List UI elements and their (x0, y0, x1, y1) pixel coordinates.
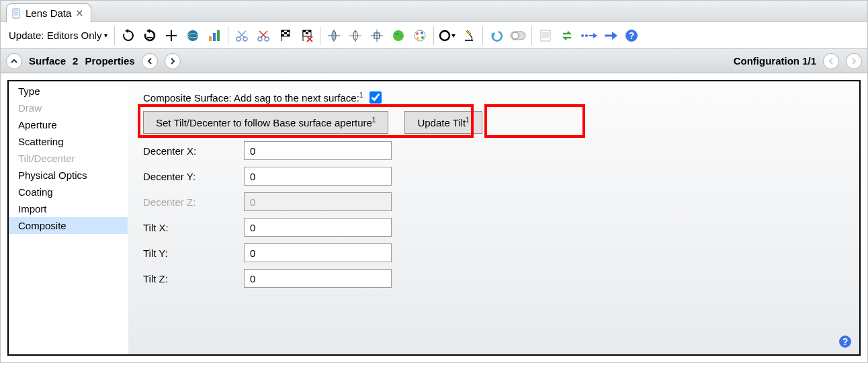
globe-icon[interactable] (183, 26, 202, 45)
sidebar-item-tilt-decenter[interactable]: Tilt/Decenter (9, 150, 128, 167)
toggle-icon[interactable] (509, 26, 527, 45)
fields-group: Decenter X: Decenter Y: Decenter Z: Tilt… (143, 141, 846, 288)
transform-icon[interactable] (367, 26, 386, 45)
svg-rect-33 (306, 32, 308, 34)
svg-marker-52 (451, 34, 455, 38)
composite-panel: Composite Surface: Add sag to the next s… (128, 81, 859, 354)
property-bar: Surface 2 Properties Configuration 1/1 (1, 49, 867, 73)
sidebar-item-draw[interactable]: Draw (9, 100, 128, 116)
flag-x-icon[interactable] (297, 26, 316, 45)
toolbar: Update: Editors Only ▾ ? (1, 22, 867, 49)
svg-point-62 (585, 34, 588, 37)
flag-icon[interactable] (275, 26, 294, 45)
axis-gray-icon[interactable] (346, 26, 365, 45)
collapse-button[interactable] (6, 53, 22, 69)
dots-arrow-icon[interactable] (579, 26, 598, 45)
help-icon[interactable]: ? (622, 26, 641, 45)
sidebar-item-coating[interactable]: Coating (9, 184, 128, 200)
prev-config-button[interactable] (823, 53, 839, 69)
next-config-button[interactable] (846, 53, 862, 69)
tab-lens-data[interactable]: Lens Data ✕ (6, 3, 91, 22)
tilt-y-input[interactable] (244, 243, 392, 262)
svg-rect-26 (284, 32, 287, 34)
decenter-z-label: Decenter Z: (143, 196, 244, 208)
next-surface-button[interactable] (165, 53, 181, 69)
properties-label: Properties (85, 55, 134, 67)
tab-title: Lens Data (26, 7, 71, 19)
svg-rect-28 (287, 34, 290, 36)
tilt-z-input[interactable] (244, 269, 392, 288)
svg-point-61 (581, 34, 584, 37)
undo-arrow-icon[interactable] (487, 26, 506, 45)
svg-rect-25 (287, 30, 290, 32)
chart-icon[interactable] (205, 26, 224, 45)
svg-rect-32 (308, 30, 311, 32)
sidebar-item-import[interactable]: Import (9, 200, 128, 217)
close-icon[interactable]: ✕ (75, 7, 84, 20)
decenter-y-label: Decenter Y: (143, 171, 244, 182)
svg-point-47 (416, 32, 419, 35)
swap-icon[interactable] (558, 26, 576, 45)
tilt-z-label: Tilt Z: (143, 273, 244, 284)
tilt-x-input[interactable] (244, 218, 392, 237)
separator (114, 26, 115, 45)
svg-rect-27 (281, 34, 284, 36)
svg-rect-11 (209, 36, 212, 41)
sidebar-item-physical-optics[interactable]: Physical Optics (9, 167, 128, 184)
svg-rect-31 (303, 30, 306, 32)
config-label: Configuration 1/1 (734, 55, 816, 67)
update-tilt-button[interactable]: Update Tilt1 (404, 111, 482, 134)
update-dropdown[interactable]: Update: Editors Only ▾ (6, 28, 110, 42)
separator (482, 26, 483, 45)
palette-icon[interactable] (410, 26, 429, 45)
svg-point-45 (393, 30, 404, 41)
sidebar-item-composite[interactable]: Composite (9, 217, 128, 234)
svg-point-51 (440, 31, 449, 40)
prev-surface-button[interactable] (142, 53, 158, 69)
circle-dropdown-icon[interactable] (438, 26, 457, 45)
svg-text:?: ? (842, 336, 849, 347)
surface-label: Surface (29, 55, 66, 67)
svg-rect-24 (281, 30, 284, 32)
content-outer: Type Draw Aperture Scattering Tilt/Decen… (1, 73, 867, 362)
sidebar-item-type[interactable]: Type (9, 83, 128, 100)
earth-icon[interactable] (389, 26, 408, 45)
window: Lens Data ✕ Update: Editors Only ▾ (0, 0, 868, 363)
set-tilt-decenter-button[interactable]: Set Tilt/Decenter to follow Base surface… (143, 111, 388, 134)
decenter-x-input[interactable] (244, 141, 392, 160)
svg-point-48 (421, 32, 423, 34)
decenter-z-input (244, 192, 392, 211)
arrow-right-icon[interactable] (601, 26, 619, 45)
sidebar-item-aperture[interactable]: Aperture (9, 116, 128, 133)
sidebar-item-scattering[interactable]: Scattering (9, 133, 128, 150)
decenter-x-label: Decenter X: (143, 145, 244, 157)
reload-all-icon[interactable] (140, 26, 159, 45)
document-icon (11, 8, 21, 19)
surface-number: 2 (73, 55, 78, 67)
separator (433, 26, 434, 45)
microscope-icon[interactable] (460, 26, 478, 45)
tabstrip: Lens Data ✕ (1, 1, 867, 22)
svg-point-9 (187, 30, 198, 41)
svg-marker-4 (125, 29, 128, 33)
separator (228, 26, 228, 45)
reload-icon[interactable] (119, 26, 138, 45)
svg-point-50 (417, 37, 419, 40)
separator (531, 26, 532, 45)
axis-blue-icon[interactable] (324, 26, 343, 45)
add-icon[interactable] (162, 26, 181, 45)
composite-checkbox[interactable] (370, 91, 382, 104)
svg-marker-5 (146, 29, 150, 33)
scissors-red-icon[interactable] (254, 26, 273, 45)
tilt-y-label: Tilt Y: (143, 247, 244, 259)
sidebar: Type Draw Aperture Scattering Tilt/Decen… (9, 81, 128, 354)
svg-point-46 (415, 30, 425, 41)
panel-help-icon[interactable]: ? (838, 334, 853, 349)
notes-icon[interactable] (536, 26, 555, 45)
content: Type Draw Aperture Scattering Tilt/Decen… (7, 80, 861, 356)
decenter-y-input[interactable] (244, 167, 392, 186)
scissors-icon[interactable] (232, 26, 251, 45)
svg-marker-64 (593, 33, 597, 38)
svg-point-56 (512, 32, 519, 39)
tilt-x-label: Tilt X: (143, 222, 244, 233)
